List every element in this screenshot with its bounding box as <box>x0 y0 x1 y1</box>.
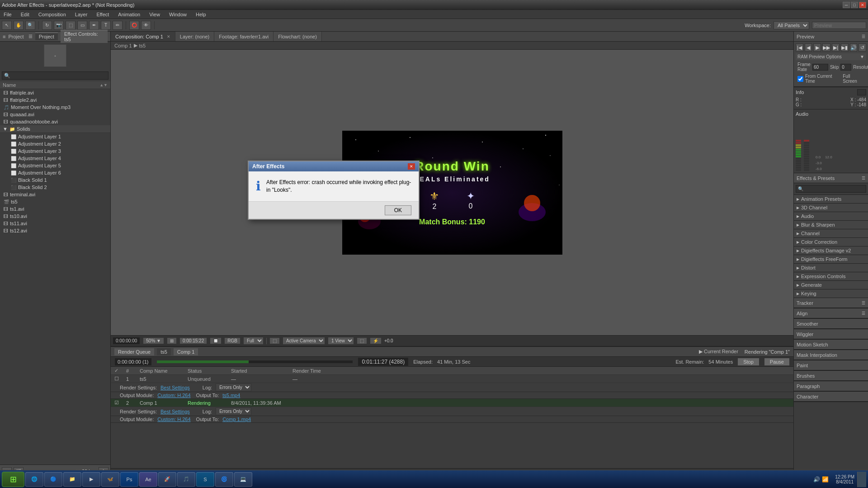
dialog-title-bar: After Effects ✕ <box>249 161 419 171</box>
dialog-body: ℹ After Effects error: crash occurred wh… <box>249 171 419 201</box>
dialog-info-icon: ℹ <box>256 179 261 194</box>
dialog-title-text: After Effects <box>252 163 284 170</box>
error-dialog: After Effects ✕ ℹ After Effects error: c… <box>248 161 420 220</box>
dialog-overlay: After Effects ✕ ℹ After Effects error: c… <box>0 0 868 488</box>
dialog-message: After Effects error: crash occurred whil… <box>266 179 411 194</box>
dialog-footer: OK <box>249 201 419 219</box>
ok-button[interactable]: OK <box>385 205 411 215</box>
dialog-close-button[interactable]: ✕ <box>408 163 415 170</box>
